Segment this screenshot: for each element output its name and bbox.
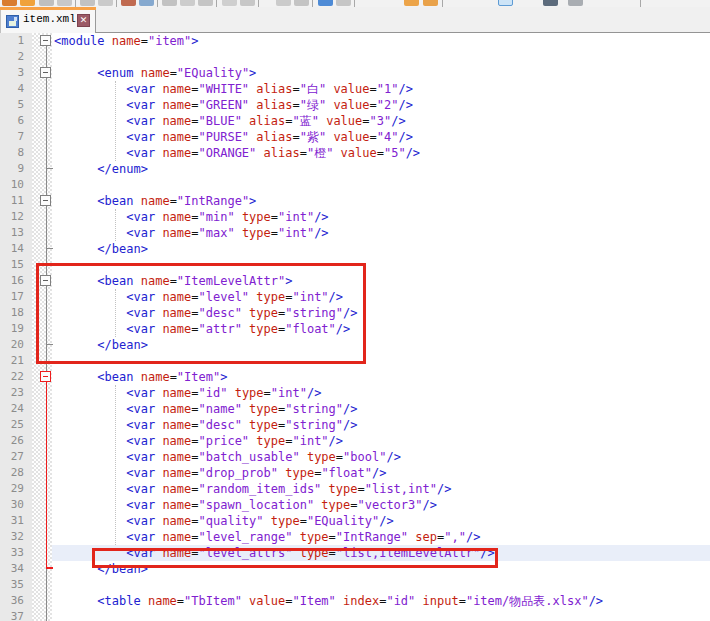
code-line[interactable]: 3 <enum name="EQuality">	[0, 65, 710, 81]
code-line[interactable]: 4 <var name="WHITE" alias="白" value="1"/…	[0, 81, 710, 97]
fold-cell	[32, 81, 52, 97]
toolbar-button-icon[interactable]	[318, 0, 333, 6]
code-line[interactable]: 32 <var name="level_range" type="IntRang…	[0, 529, 710, 545]
line-number: 26	[0, 433, 32, 449]
code-text: <bean name="ItemLevelAttr">	[52, 273, 710, 289]
fold-cell	[32, 497, 52, 513]
code-line[interactable]: 29 <var name="random_item_ids" type="lis…	[0, 481, 710, 497]
fold-minus-icon[interactable]	[40, 275, 51, 286]
code-line[interactable]: 37	[0, 609, 710, 621]
code-line[interactable]: 18 <var name="desc" type="string"/>	[0, 305, 710, 321]
toolbar-button-icon[interactable]	[20, 0, 35, 6]
toolbar-button-icon[interactable]	[336, 0, 351, 6]
fold-cell	[32, 49, 52, 65]
saved-file-icon	[6, 15, 19, 28]
code-line[interactable]: 17 <var name="level" type="int"/>	[0, 289, 710, 305]
code-text: <var name="batch_usable" type="bool"/>	[52, 449, 710, 465]
line-number: 9	[0, 161, 32, 177]
code-line[interactable]: 26 <var name="price" type="int"/>	[0, 433, 710, 449]
toolbar-button-icon[interactable]	[404, 0, 419, 6]
toolbar-button-icon[interactable]	[276, 0, 291, 6]
code-line[interactable]: 31 <var name="quality" type="EQuality"/>	[0, 513, 710, 529]
code-line[interactable]: 23 <var name="id" type="int"/>	[0, 385, 710, 401]
toolbar-button-icon[interactable]	[543, 0, 558, 6]
fold-minus-icon[interactable]	[40, 195, 51, 206]
fold-cell	[32, 577, 52, 593]
code-line[interactable]: 10	[0, 177, 710, 193]
fold-cell	[32, 177, 52, 193]
line-number: 11	[0, 193, 32, 209]
code-line[interactable]: 6 <var name="BLUE" alias="蓝" value="3"/>	[0, 113, 710, 129]
line-number: 25	[0, 417, 32, 433]
code-line[interactable]: 2	[0, 49, 710, 65]
line-number: 23	[0, 385, 32, 401]
code-line[interactable]: 35	[0, 577, 710, 593]
code-editor[interactable]: 1<module name="item">23 <enum name="EQua…	[0, 33, 710, 621]
code-line[interactable]: 9 </enum>	[0, 161, 710, 177]
code-line[interactable]: 14 </bean>	[0, 241, 710, 257]
fold-minus-icon[interactable]	[40, 371, 51, 382]
fold-minus-icon[interactable]	[40, 35, 51, 46]
code-line[interactable]: 1<module name="item">	[0, 33, 710, 49]
code-line[interactable]: 27 <var name="batch_usable" type="bool"/…	[0, 449, 710, 465]
toolbar-separator	[258, 0, 259, 7]
line-number: 33	[0, 545, 32, 561]
code-text: <var name="min" type="int"/>	[52, 209, 710, 225]
fold-cell	[32, 209, 52, 225]
toolbar-button-icon[interactable]	[98, 0, 113, 6]
toolbar-button-icon[interactable]	[423, 0, 438, 6]
code-line[interactable]: 11 <bean name="IntRange">	[0, 193, 710, 209]
code-text: <var name="name" type="string"/>	[52, 401, 710, 417]
code-text	[52, 609, 710, 621]
code-text: <table name="TbItem" value="Item" index=…	[52, 593, 710, 609]
active-tab-accent	[0, 7, 96, 10]
code-line[interactable]: 15	[0, 257, 710, 273]
toolbar-button-icon[interactable]	[2, 0, 17, 6]
code-line[interactable]: 16 <bean name="ItemLevelAttr">	[0, 273, 710, 289]
toolbar-button-icon[interactable]	[294, 0, 309, 6]
fold-cell	[32, 161, 52, 177]
code-line[interactable]: 34 </bean>	[0, 561, 710, 577]
code-line[interactable]: 30 <var name="spawn_location" type="vect…	[0, 497, 710, 513]
code-line[interactable]: 33 <var name="level_attrs" type="list,It…	[0, 545, 710, 561]
code-line[interactable]: 20 </bean>	[0, 337, 710, 353]
toolbar-button-icon[interactable]	[198, 0, 213, 6]
code-line[interactable]: 7 <var name="PURSE" alias="紫" value="4"/…	[0, 129, 710, 145]
code-text: </bean>	[52, 241, 710, 257]
toolbar-button-icon[interactable]	[498, 0, 513, 6]
code-line[interactable]: 5 <var name="GREEN" alias="绿" value="2"/…	[0, 97, 710, 113]
toolbar-button-icon[interactable]	[139, 0, 154, 6]
tab-item-xml[interactable]: item.xml ✕	[0, 7, 96, 33]
toolbar-button-icon[interactable]	[240, 0, 255, 6]
code-line[interactable]: 36 <table name="TbItem" value="Item" ind…	[0, 593, 710, 609]
toolbar-button-icon[interactable]	[121, 0, 136, 6]
code-line[interactable]: 21	[0, 353, 710, 369]
code-rows: 1<module name="item">23 <enum name="EQua…	[0, 33, 710, 621]
toolbar-button-icon[interactable]	[80, 0, 95, 6]
code-line[interactable]: 8 <var name="ORANGE" alias="橙" value="5"…	[0, 145, 710, 161]
code-line[interactable]: 22 <bean name="Item">	[0, 369, 710, 385]
fold-end-mark	[46, 344, 53, 345]
code-line[interactable]: 25 <var name="desc" type="string"/>	[0, 417, 710, 433]
code-line[interactable]: 28 <var name="drop_prob" type="float"/>	[0, 465, 710, 481]
code-line[interactable]: 12 <var name="min" type="int"/>	[0, 209, 710, 225]
toolbar-button-icon[interactable]	[180, 0, 195, 6]
toolbar-button-icon[interactable]	[162, 0, 177, 6]
line-number: 30	[0, 497, 32, 513]
code-line[interactable]: 19 <var name="attr" type="float"/>	[0, 321, 710, 337]
fold-cell	[32, 593, 52, 609]
toolbar-button-icon[interactable]	[39, 0, 54, 6]
fold-minus-icon[interactable]	[40, 67, 51, 78]
code-line[interactable]: 24 <var name="name" type="string"/>	[0, 401, 710, 417]
code-text: <var name="desc" type="string"/>	[52, 305, 710, 321]
line-number: 19	[0, 321, 32, 337]
toolbar-button-icon[interactable]	[222, 0, 237, 6]
code-line[interactable]: 13 <var name="max" type="int"/>	[0, 225, 710, 241]
line-number: 17	[0, 289, 32, 305]
line-number: 21	[0, 353, 32, 369]
toolbar-button-icon[interactable]	[568, 0, 583, 6]
toolbar-button-icon[interactable]	[57, 0, 72, 6]
tab-close-icon[interactable]: ✕	[77, 14, 90, 27]
code-text: <var name="price" type="int"/>	[52, 433, 710, 449]
line-number: 16	[0, 273, 32, 289]
